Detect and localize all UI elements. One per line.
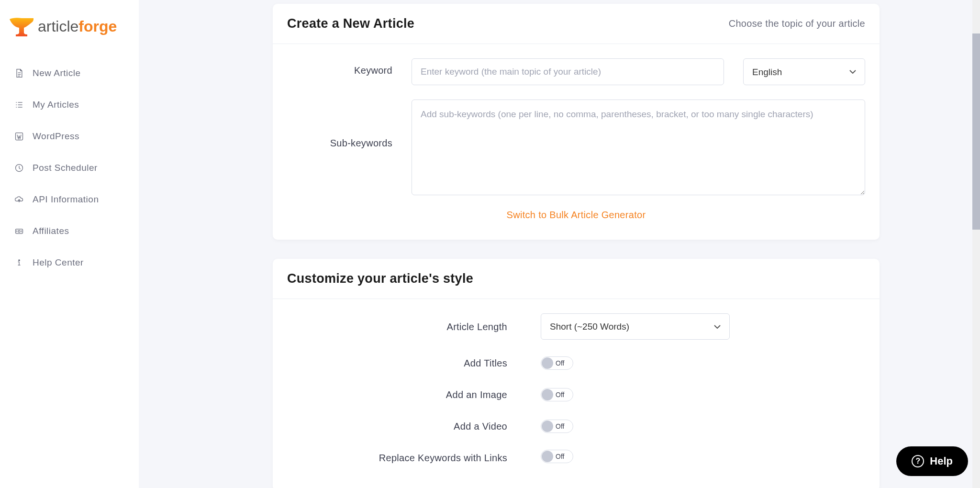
- document-icon: [14, 68, 24, 78]
- toggle-state: Off: [556, 453, 564, 460]
- sidebar-item-label: My Articles: [33, 100, 79, 110]
- info-icon: [14, 258, 24, 267]
- anvil-icon: [7, 14, 36, 38]
- keyword-input[interactable]: [412, 58, 724, 85]
- add-titles-label: Add Titles: [287, 355, 541, 371]
- list-icon: [14, 100, 24, 110]
- help-label: Help: [930, 455, 953, 467]
- sidebar-item-my-articles[interactable]: My Articles: [0, 89, 139, 121]
- subkeywords-input[interactable]: [412, 100, 865, 195]
- sidebar-item-label: API Information: [33, 194, 99, 205]
- replace-keywords-toggle[interactable]: Off: [541, 450, 573, 463]
- svg-point-4: [19, 260, 20, 261]
- add-video-toggle[interactable]: Off: [541, 420, 573, 433]
- sidebar: articleforge New Article My Articles Wor…: [0, 0, 139, 488]
- card-subtitle: Choose the topic of your article: [729, 18, 865, 29]
- sidebar-item-wordpress[interactable]: WordPress: [0, 121, 139, 152]
- card-header: Customize your article's style: [273, 259, 880, 299]
- clock-icon: [14, 163, 24, 173]
- toggle-knob-icon: [542, 357, 553, 369]
- help-button[interactable]: ? Help: [896, 446, 968, 476]
- sidebar-item-label: New Article: [33, 68, 81, 78]
- toggle-state: Off: [556, 391, 564, 399]
- card-title: Customize your article's style: [287, 271, 473, 286]
- sidebar-item-label: Affiliates: [33, 226, 69, 236]
- scrollbar-thumb[interactable]: [972, 33, 980, 230]
- toggle-knob-icon: [542, 421, 553, 432]
- sidebar-item-post-scheduler[interactable]: Post Scheduler: [0, 152, 139, 184]
- sidebar-item-help-center[interactable]: Help Center: [0, 247, 139, 278]
- subkeywords-label: Sub-keywords: [287, 100, 412, 149]
- question-icon: ?: [912, 455, 924, 467]
- replace-keywords-label: Replace Keywords with Links: [287, 450, 541, 466]
- add-image-label: Add an Image: [287, 387, 541, 403]
- article-length-select[interactable]: Short (~250 Words): [541, 313, 730, 340]
- card-header: Create a New Article Choose the topic of…: [273, 4, 880, 44]
- keyword-label: Keyword: [287, 58, 412, 76]
- svg-point-3: [18, 230, 20, 232]
- article-length-label: Article Length: [287, 319, 541, 335]
- sidebar-item-label: Post Scheduler: [33, 163, 98, 173]
- toggle-knob-icon: [542, 451, 553, 462]
- customize-style-card: Customize your article's style Article L…: [273, 259, 880, 488]
- language-select[interactable]: English: [743, 58, 865, 85]
- create-article-card: Create a New Article Choose the topic of…: [273, 4, 880, 240]
- card-title: Create a New Article: [287, 16, 414, 31]
- logo-text: articleforge: [38, 18, 117, 35]
- cloud-icon: [14, 195, 24, 204]
- sidebar-item-api-information[interactable]: API Information: [0, 184, 139, 215]
- add-image-toggle[interactable]: Off: [541, 388, 573, 401]
- add-titles-toggle[interactable]: Off: [541, 356, 573, 370]
- toggle-state: Off: [556, 359, 564, 367]
- main-content: Create a New Article Choose the topic of…: [139, 0, 980, 488]
- toggle-state: Off: [556, 422, 564, 430]
- toggle-knob-icon: [542, 389, 553, 400]
- bulk-generator-link[interactable]: Switch to Bulk Article Generator: [287, 210, 865, 221]
- sidebar-item-label: WordPress: [33, 131, 79, 142]
- sidebar-item-label: Help Center: [33, 257, 84, 268]
- money-icon: [14, 226, 24, 236]
- wordpress-icon: [14, 132, 24, 141]
- add-video-label: Add a Video: [287, 418, 541, 434]
- logo[interactable]: articleforge: [0, 14, 139, 57]
- scrollbar[interactable]: [972, 0, 980, 488]
- sidebar-item-affiliates[interactable]: Affiliates: [0, 215, 139, 247]
- sidebar-item-new-article[interactable]: New Article: [0, 57, 139, 89]
